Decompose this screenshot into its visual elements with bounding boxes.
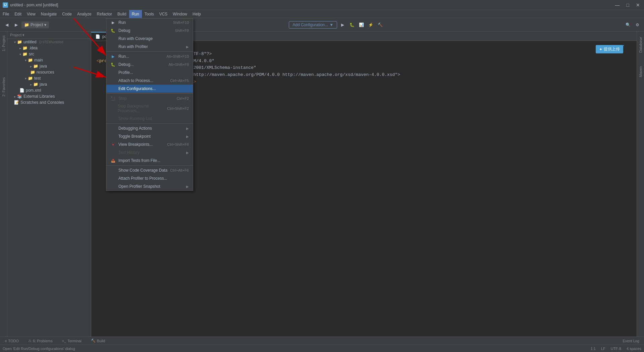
toolbar-back-button[interactable]: ◀ bbox=[3, 21, 11, 29]
test-history-label: Test History bbox=[118, 150, 140, 155]
xml-project-open: < bbox=[97, 58, 99, 63]
build-button[interactable]: 🔨 bbox=[376, 21, 384, 29]
menu-sep-2 bbox=[106, 93, 193, 94]
minimize-button[interactable]: — bbox=[614, 2, 621, 8]
test-java-folder-icon: 📁 bbox=[33, 82, 38, 87]
tree-item-idea[interactable]: ▸ 📁 .idea bbox=[7, 45, 91, 51]
run-menu-view-bp[interactable]: ● View Breakpoints... Ctrl+Shift+F8 bbox=[106, 140, 193, 148]
encoding-indicator[interactable]: UTF-8 bbox=[611, 347, 621, 351]
tree-item-test-java[interactable]: ▸ 📁 java bbox=[7, 81, 91, 87]
tree-item-label: pom.xml bbox=[26, 88, 41, 93]
run-menu-debug[interactable]: 🐛 Debug Shift+F9 bbox=[106, 27, 193, 35]
run-menu-attach[interactable]: Attach to Process... Ctrl+Alt+F5 bbox=[106, 77, 193, 85]
build-tab[interactable]: 🔨 Build bbox=[89, 338, 107, 344]
menu-window[interactable]: Window bbox=[170, 10, 190, 18]
todo-icon: ≡ bbox=[5, 339, 7, 343]
menu-file[interactable]: File bbox=[0, 10, 12, 18]
scratches-icon: 📝 bbox=[14, 100, 19, 105]
menu-view[interactable]: View bbox=[24, 10, 38, 18]
show-running-label: Show Running List bbox=[118, 116, 152, 121]
debug-item-label: Debug bbox=[118, 28, 130, 33]
run-menu-open-profiler[interactable]: Open Profiler Snapshot ▶ bbox=[106, 182, 193, 190]
xml-mv-bracket-end: > bbox=[194, 79, 196, 84]
status-message: Open 'Edit Run/Debug configurations' dia… bbox=[3, 347, 75, 351]
run-menu-attach-profiler[interactable]: Attach Profiler to Process... bbox=[106, 174, 193, 182]
run-menu-coverage[interactable]: Run with Coverage bbox=[106, 35, 193, 43]
tree-item-pom[interactable]: 📄 pom.xml bbox=[7, 87, 91, 93]
project-panel-tab[interactable]: 1: Project bbox=[1, 33, 7, 54]
menu-help[interactable]: Help bbox=[190, 10, 204, 18]
event-log-tab[interactable]: Event Log bbox=[621, 338, 641, 344]
view-bp-shortcut: Ctrl+Shift+F8 bbox=[167, 142, 189, 146]
edit-config-icon bbox=[110, 86, 116, 91]
run-menu-import-tests[interactable]: 📥 Import Tests from File... bbox=[106, 157, 193, 165]
run-menu-edit-config[interactable]: Edit Configurations... bbox=[106, 85, 193, 93]
attach-profiler-left: Attach Profiler to Process... bbox=[110, 176, 167, 181]
maven-panel-tab[interactable]: Maven bbox=[638, 63, 644, 80]
menu-refactor[interactable]: Refactor bbox=[94, 10, 115, 18]
run-menu-toggle-bp[interactable]: Toggle Breakpoint ▶ bbox=[106, 132, 193, 140]
menu-tools[interactable]: Tools bbox=[142, 10, 157, 18]
tree-item-main-java[interactable]: ▸ 📁 java bbox=[7, 63, 91, 69]
run-icon: ▶ bbox=[110, 20, 116, 25]
close-button[interactable]: ✕ bbox=[635, 2, 641, 8]
profile-item-label: Profile... bbox=[118, 70, 133, 75]
tree-item-test[interactable]: ▾ 📁 test bbox=[7, 75, 91, 81]
title-bar-controls: — □ ✕ bbox=[614, 2, 641, 8]
run-menu-run[interactable]: ▶ Run Shift+F10 bbox=[106, 18, 193, 27]
chevron-icon: ▸ bbox=[19, 46, 21, 50]
coverage-item-left: Run with Coverage bbox=[110, 36, 153, 41]
debug-dots-label: Debug... bbox=[118, 62, 133, 67]
debug-button[interactable]: 🐛 bbox=[348, 21, 356, 29]
profile-button[interactable]: ⚡ bbox=[367, 21, 375, 29]
run-button[interactable]: ▶ bbox=[338, 21, 346, 29]
sidebar: Project ▾ ▾ 📁 untitled D:\ITEM\untitled … bbox=[7, 32, 91, 337]
run-menu-coverage-data[interactable]: Show Code Coverage Data Ctrl+Alt+F6 bbox=[106, 166, 193, 174]
problems-tab[interactable]: ⚠ 6: Problems bbox=[26, 338, 55, 344]
run-menu-profile[interactable]: Profile... bbox=[106, 69, 193, 77]
terminal-tab[interactable]: >_ Terminal bbox=[60, 338, 84, 344]
view-bp-icon: ● bbox=[110, 142, 116, 147]
toolbar-forward-button[interactable]: ▶ bbox=[12, 21, 20, 29]
tree-item-scratches[interactable]: 📝 Scratches and Consoles bbox=[7, 99, 91, 105]
tree-item-main[interactable]: ▾ 📁 main bbox=[7, 57, 91, 63]
indent-indicator[interactable]: 4 spaces bbox=[627, 347, 641, 351]
menu-edit[interactable]: Edit bbox=[12, 10, 24, 18]
settings-button[interactable]: ⚙ bbox=[633, 21, 641, 29]
import-tests-label: Import Tests from File... bbox=[118, 158, 160, 163]
menu-code[interactable]: Code bbox=[59, 10, 74, 18]
run-menu-run-dots[interactable]: ▶ Run... Alt+Shift+F10 bbox=[106, 52, 193, 60]
database-panel-tab[interactable]: Database bbox=[638, 34, 644, 55]
tree-item-label: Scratches and Consoles bbox=[20, 100, 64, 105]
run-menu-profiler[interactable]: Run with Profiler ▶ bbox=[106, 43, 193, 51]
java-folder-icon: 📁 bbox=[33, 64, 38, 69]
open-profiler-icon bbox=[110, 184, 116, 189]
tree-item-label: untitled bbox=[23, 40, 37, 44]
menu-vcs[interactable]: VCS bbox=[157, 10, 170, 18]
import-tests-icon: 📥 bbox=[110, 158, 116, 163]
run-menu-debug-dots[interactable]: 🐛 Debug... Alt+Shift+F9 bbox=[106, 60, 193, 69]
tree-item-src[interactable]: ▾ 📁 src bbox=[7, 51, 91, 57]
tree-item-untitled[interactable]: ▾ 📁 untitled D:\ITEM\untitled bbox=[7, 39, 91, 45]
menu-analyze[interactable]: Analyze bbox=[74, 10, 94, 18]
favorites-panel-tab[interactable]: 2: Favorites bbox=[1, 75, 7, 99]
menu-run[interactable]: Run bbox=[129, 10, 142, 18]
line-ending-indicator[interactable]: LF bbox=[601, 347, 605, 351]
tree-item-resources[interactable]: 📁 resources bbox=[7, 69, 91, 75]
line-col-indicator[interactable]: 1:1 bbox=[591, 347, 596, 351]
search-everywhere-button[interactable]: 🔍 bbox=[624, 21, 632, 29]
run-menu-debug-actions[interactable]: Debugging Actions ▶ bbox=[106, 124, 193, 132]
menu-build[interactable]: Build bbox=[115, 10, 129, 18]
chevron-icon: ▸ bbox=[14, 95, 16, 98]
add-configuration-button[interactable]: Add Configuration... ▼ bbox=[289, 21, 337, 29]
ai-upload-button[interactable]: ✦ 提供上传 bbox=[596, 45, 623, 53]
stop-item-left: ⬛ Stop bbox=[110, 96, 127, 101]
tree-item-external-libs[interactable]: ▸ 📚 External Libraries bbox=[7, 93, 91, 99]
accept-button[interactable]: ✓ bbox=[621, 43, 625, 50]
todo-tab[interactable]: ≡ TODO bbox=[3, 338, 21, 344]
project-selector[interactable]: 📁 Project ▾ bbox=[21, 21, 49, 28]
menu-navigate[interactable]: Navigate bbox=[38, 10, 59, 18]
coverage-button[interactable]: 📊 bbox=[357, 21, 365, 29]
maximize-button[interactable]: □ bbox=[625, 2, 631, 8]
bottom-right-actions: Event Log bbox=[621, 338, 641, 344]
